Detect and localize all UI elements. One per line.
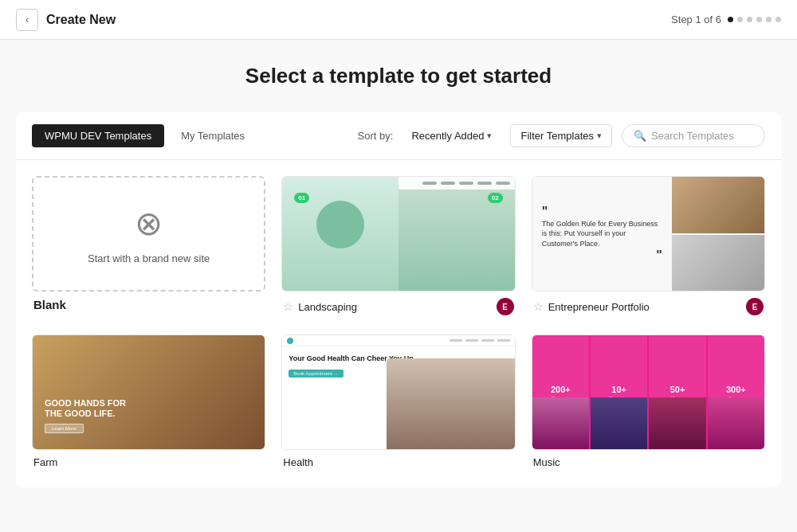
portfolio-right (672, 177, 764, 291)
step-dot-2 (737, 17, 743, 22)
templates-grid: ⊗ Start with a brand new site Blank (32, 176, 765, 471)
music-stat-events-num: 300+ (726, 385, 746, 394)
quote-open-mark: " (542, 205, 662, 219)
portfolio-left: " The Golden Rule for Every Business is … (532, 177, 672, 291)
music-photo-2 (591, 397, 647, 449)
portfolio-name: Entrepreneur Portfolio (548, 301, 650, 313)
back-button[interactable]: ‹ (16, 9, 38, 31)
wp-logo-icon: ⊗ (135, 204, 163, 243)
landscaping-label-01: 01 (294, 193, 309, 203)
search-icon: 🔍 (634, 130, 646, 142)
portfolio-img-bottom (672, 235, 764, 291)
landscaping-nav (422, 182, 510, 185)
blank-thumb: ⊗ Start with a brand new site (32, 176, 265, 291)
music-footer: Music (532, 450, 765, 471)
sort-chevron-icon: ▾ (487, 131, 492, 141)
tabs-right: Sort by: Recently Added ▾ Filter Templat… (358, 124, 765, 147)
filter-dropdown[interactable]: Filter Templates ▾ (510, 124, 612, 147)
search-placeholder: Search Templates (651, 130, 734, 142)
step-dots (728, 17, 781, 22)
health-person-image (387, 358, 514, 449)
landscaping-label-02: 02 (488, 193, 503, 203)
sort-value: Recently Added (411, 130, 484, 142)
templates-container: ⊗ Start with a brand new site Blank (16, 160, 781, 487)
landscaping-star-icon[interactable]: ☆ (283, 300, 293, 313)
template-card-music[interactable]: 200+ Concerts 10+ Countries 50+ Albums (532, 334, 765, 471)
landscaping-thumb: 01 02 (281, 176, 515, 291)
music-stat-concerts-num: 200+ (551, 385, 571, 394)
header-left: ‹ Create New (16, 9, 116, 31)
step-dot-3 (747, 17, 752, 22)
tabs-left: WPMU DEV Templates My Templates (32, 124, 257, 147)
portfolio-name-area: ☆ Entrepreneur Portfolio (533, 300, 650, 313)
landscaping-name-area: ☆ Landscaping (283, 300, 357, 313)
blank-footer: Blank (32, 291, 265, 315)
health-cta-btn: Book Appointment → (289, 370, 343, 377)
step-dot-4 (756, 17, 762, 22)
music-stat-albums-num: 50+ (670, 385, 685, 394)
portfolio-footer: ☆ Entrepreneur Portfolio E (532, 291, 765, 319)
filter-chevron-icon: ▾ (597, 131, 602, 141)
template-card-landscaping[interactable]: 01 02 ☆ Landscaping E (281, 176, 515, 319)
tab-wpmu-templates[interactable]: WPMU DEV Templates (32, 124, 164, 147)
template-card-farm[interactable]: Good Hands ForThe Good Life. Learn More … (32, 334, 265, 471)
music-photo-1 (532, 397, 589, 449)
filter-label: Filter Templates (520, 130, 594, 142)
music-photos-row (532, 397, 764, 449)
health-name: Health (283, 456, 313, 468)
portfolio-quote: The Golden Rule for Every Business is th… (542, 219, 662, 249)
music-photo-4 (708, 397, 764, 449)
portfolio-thumb: " The Golden Rule for Every Business is … (532, 176, 765, 291)
farm-cta-btn: Learn More (45, 424, 84, 433)
step-dot-6 (775, 17, 781, 22)
music-photo-3 (649, 397, 705, 449)
health-footer: Health (281, 450, 515, 471)
page-title: Create New (46, 13, 116, 27)
search-box[interactable]: 🔍 Search Templates (622, 124, 765, 147)
blank-name: Blank (33, 298, 66, 311)
template-card-blank[interactable]: ⊗ Start with a brand new site Blank (32, 176, 265, 319)
portfolio-star-icon[interactable]: ☆ (533, 300, 544, 313)
blank-start-text: Start with a brand new site (88, 252, 210, 264)
select-template-title: Select a template to get started (16, 64, 781, 88)
health-nav (450, 339, 510, 342)
portfolio-img-top (672, 177, 764, 233)
portfolio-elementor-badge: E (746, 298, 764, 315)
sort-label: Sort by: (358, 130, 394, 142)
step-dot-1 (728, 17, 733, 22)
farm-footer: Farm (32, 450, 265, 471)
landscaping-name: Landscaping (298, 301, 357, 313)
step-dot-5 (766, 17, 771, 22)
health-logo-icon (287, 338, 293, 344)
farm-name: Farm (33, 456, 57, 468)
music-stat-countries-num: 10+ (611, 385, 626, 394)
music-thumb: 200+ Concerts 10+ Countries 50+ Albums (532, 334, 765, 450)
template-card-health[interactable]: Your Good Health Can Cheer You Up Book A… (281, 334, 515, 471)
template-card-entrepreneur[interactable]: " The Golden Rule for Every Business is … (532, 176, 765, 319)
health-header (282, 335, 514, 346)
farm-text-overlay: Good Hands ForThe Good Life. Learn More (45, 398, 126, 433)
sort-dropdown[interactable]: Recently Added ▾ (402, 124, 501, 147)
landscaping-footer: ☆ Landscaping E (281, 291, 515, 319)
music-name: Music (533, 456, 560, 468)
farm-thumb: Good Hands ForThe Good Life. Learn More (32, 334, 265, 450)
quote-close-mark: " (542, 248, 662, 263)
health-thumb: Your Good Health Can Cheer You Up Book A… (281, 334, 515, 450)
step-indicator: Step 1 of 6 (671, 14, 781, 25)
main-content: Select a template to get started WPMU DE… (0, 40, 797, 532)
landscaping-elementor-badge: E (497, 298, 514, 315)
step-text: Step 1 of 6 (671, 14, 721, 25)
tab-bar: WPMU DEV Templates My Templates Sort by:… (16, 112, 781, 160)
farm-main-text: Good Hands ForThe Good Life. (45, 398, 126, 419)
tab-my-templates[interactable]: My Templates (168, 124, 257, 147)
header: ‹ Create New Step 1 of 6 (0, 0, 797, 40)
